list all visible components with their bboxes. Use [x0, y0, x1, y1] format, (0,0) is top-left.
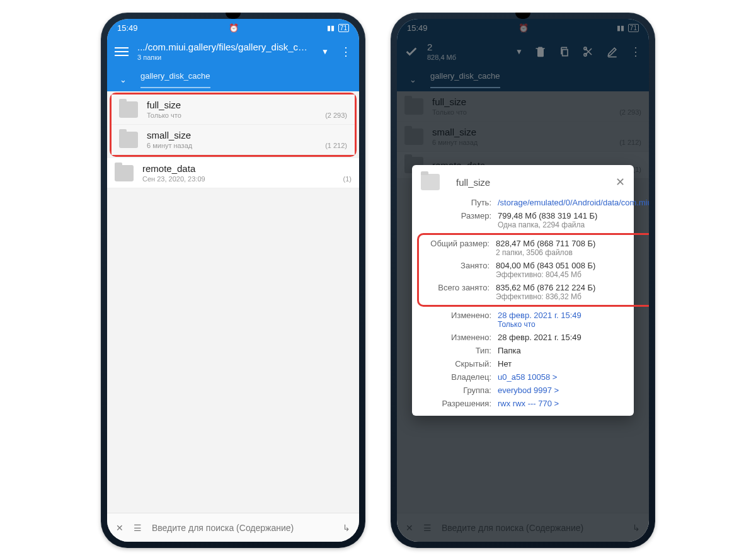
tab-current[interactable]: gallery_disk_cache	[140, 71, 210, 88]
prop-value-changed2: 28 февр. 2021 г. 15:49	[498, 333, 649, 342]
alarm-icon: ⏰	[229, 23, 239, 33]
folder-sub: Только что	[147, 111, 325, 119]
folder-name: remote_data	[142, 163, 343, 174]
folder-count: (2 293)	[325, 111, 347, 119]
status-time: 15:49	[117, 23, 138, 33]
prop-value-group[interactable]: everybod 9997 >	[498, 386, 649, 395]
close-icon[interactable]: ✕	[616, 175, 625, 189]
prop-label-owner: Владелец:	[421, 372, 491, 382]
prop-label-path: Путь:	[421, 198, 491, 207]
more-icon[interactable]: ⋮	[340, 45, 352, 59]
path-sub: 3 папки	[137, 54, 312, 61]
filter-icon[interactable]: ☰	[134, 523, 142, 533]
prop-value-hidden: Нет	[498, 359, 649, 369]
tabrow: ⌄ gallery_disk_cache	[107, 67, 359, 91]
statusbar: 15:49 ⏰ ▮▮ 71	[107, 19, 359, 37]
folder-name: full_size	[147, 100, 325, 110]
appbar: .../com.miui.gallery/files/gallery_disk_…	[107, 37, 359, 67]
folder-icon	[119, 101, 138, 118]
prop-label-total-size: Общий размер:	[423, 239, 490, 257]
folder-list: full_size Только что (2 293) small_size …	[107, 91, 359, 513]
dialog-title: full_size	[456, 177, 608, 188]
highlight-box: full_size Только что (2 293) small_size …	[110, 93, 357, 157]
close-icon[interactable]: ✕	[116, 523, 123, 533]
folder-count: (1)	[343, 175, 352, 183]
searchbar: ✕ ☰ Введите для поиска (Содержание) ↳	[107, 513, 359, 542]
prop-value-total-size: 828,47 Мб (868 711 708 Б)2 папки, 3506 ф…	[496, 239, 649, 257]
prop-label-perms: Разрешения:	[421, 399, 491, 408]
prop-label-used: Занято:	[423, 261, 490, 279]
properties-dialog: full_size ✕ Путь: /storage/emulated/0/An…	[412, 165, 634, 416]
folder-sub: Сен 23, 2020, 23:09	[142, 175, 343, 183]
prop-value-total-used: 835,62 Мб (876 212 224 Б)Эффективно: 836…	[496, 283, 649, 301]
dropdown-icon[interactable]: ▼	[321, 47, 329, 56]
folder-icon	[119, 132, 138, 148]
signal-icon: ▮▮	[327, 24, 335, 32]
phone-right: 15:49 ⏰ ▮▮ 71 2 828,4 Мб ▼ ⋮	[391, 13, 655, 548]
folder-name: small_size	[147, 130, 325, 140]
prop-value-perms[interactable]: rwx rwx --- 770 >	[498, 399, 649, 408]
prop-label-type: Тип:	[421, 346, 491, 355]
search-input[interactable]: Введите для поиска (Содержание)	[152, 523, 333, 533]
battery-icon: 71	[338, 24, 349, 32]
prop-value-changed1: 28 февр. 2021 г. 15:49Только что	[498, 311, 649, 329]
folder-icon	[421, 174, 440, 190]
prop-value-used: 804,00 Мб (843 051 008 Б)Эффективно: 804…	[496, 261, 649, 279]
prop-label-size: Размер:	[421, 211, 491, 229]
prop-label-hidden: Скрытый:	[421, 359, 491, 369]
appbar-title[interactable]: .../com.miui.gallery/files/gallery_disk_…	[137, 42, 312, 61]
prop-value-owner[interactable]: u0_a58 10058 >	[498, 372, 649, 382]
folder-row-small-size[interactable]: small_size 6 минут назад (1 212)	[112, 125, 355, 155]
path-text: .../com.miui.gallery/files/gallery_disk_…	[137, 42, 312, 52]
chevron-down-icon[interactable]: ⌄	[120, 75, 127, 84]
prop-label-changed2: Изменено:	[421, 333, 491, 342]
enter-icon[interactable]: ↳	[343, 523, 350, 533]
folder-row-remote-data[interactable]: remote_data Сен 23, 2020, 23:09 (1)	[107, 158, 359, 188]
folder-icon	[115, 165, 134, 181]
prop-value-path[interactable]: /storage/emulated/0/Android/data/com.miu…	[498, 198, 649, 207]
prop-label-total-used: Всего занято:	[423, 283, 490, 301]
screen-left: 15:49 ⏰ ▮▮ 71 .../com.miui.gallery/files…	[107, 19, 359, 542]
folder-sub: 6 минут назад	[147, 142, 325, 149]
prop-label-changed: Изменено:	[421, 311, 491, 329]
highlight-box: Общий размер: 828,47 Мб (868 711 708 Б)2…	[417, 233, 649, 307]
prop-value-type: Папка	[498, 346, 649, 355]
properties-grid: Путь: /storage/emulated/0/Android/data/c…	[421, 198, 625, 408]
menu-icon[interactable]	[115, 47, 129, 56]
prop-label-group: Группа:	[421, 386, 491, 395]
folder-row-full-size[interactable]: full_size Только что (2 293)	[112, 94, 355, 125]
folder-count: (1 212)	[325, 142, 347, 149]
phone-left: 15:49 ⏰ ▮▮ 71 .../com.miui.gallery/files…	[101, 13, 365, 548]
status-right: ▮▮ 71	[327, 24, 349, 32]
screen-right: 15:49 ⏰ ▮▮ 71 2 828,4 Мб ▼ ⋮	[397, 19, 649, 542]
prop-value-size: 799,48 Мб (838 319 141 Б)Одна папка, 229…	[498, 211, 649, 229]
